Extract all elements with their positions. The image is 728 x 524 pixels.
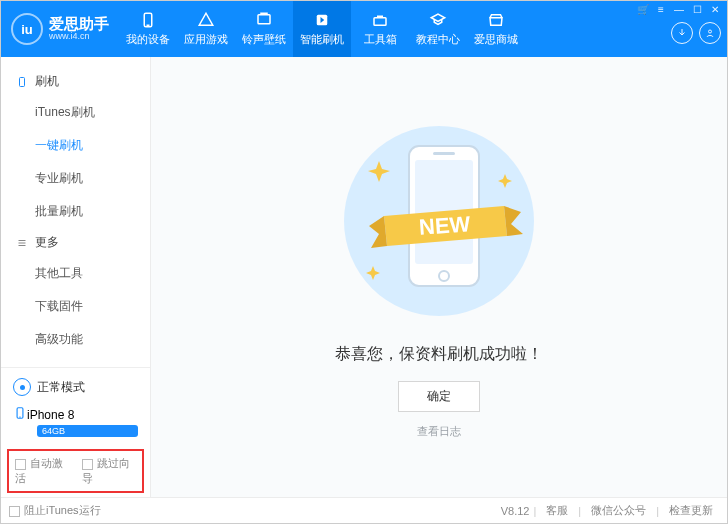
header-right-controls bbox=[671, 14, 721, 44]
nav-ringtone-wallpaper[interactable]: 铃声壁纸 bbox=[235, 1, 293, 57]
svg-rect-4 bbox=[374, 18, 386, 26]
mode-icon bbox=[13, 378, 31, 396]
app-logo: iu 爱思助手 www.i4.cn bbox=[7, 13, 109, 45]
app-title: 爱思助手 bbox=[49, 16, 109, 33]
nav-smart-flash[interactable]: 智能刷机 bbox=[293, 1, 351, 57]
nav-label: 教程中心 bbox=[416, 32, 460, 47]
nav-toolbox[interactable]: 工具箱 bbox=[351, 1, 409, 57]
download-icon[interactable] bbox=[671, 22, 693, 44]
ok-button[interactable]: 确定 bbox=[398, 381, 480, 412]
sidebar-item-oneclick-flash[interactable]: 一键刷机 bbox=[1, 129, 150, 162]
nav-label: 应用游戏 bbox=[184, 32, 228, 47]
nav-my-device[interactable]: 我的设备 bbox=[119, 1, 177, 57]
top-nav: 我的设备 应用游戏 铃声壁纸 智能刷机 工具箱 bbox=[119, 1, 525, 57]
sidebar-item-other-tools[interactable]: 其他工具 bbox=[1, 257, 150, 290]
sidebar-item-advanced[interactable]: 高级功能 bbox=[1, 323, 150, 356]
device-name-label: iPhone 8 bbox=[27, 408, 74, 422]
window-controls: 🛒 ≡ — ☐ ✕ bbox=[637, 5, 721, 15]
app-subtitle: www.i4.cn bbox=[49, 32, 109, 42]
sidebar-section-more[interactable]: 更多 bbox=[1, 228, 150, 257]
sidebar: 刷机 iTunes刷机 一键刷机 专业刷机 批量刷机 更多 其他工具 下载固件 … bbox=[1, 57, 151, 497]
device-icon bbox=[139, 11, 157, 29]
status-bar: 阻止iTunes运行 V8.12 | 客服 | 微信公众号 | 检查更新 bbox=[1, 497, 727, 523]
sidebar-item-pro-flash[interactable]: 专业刷机 bbox=[1, 162, 150, 195]
shop-icon bbox=[487, 11, 505, 29]
checkbox-skip-guide[interactable]: 跳过向导 bbox=[82, 456, 137, 486]
device-phone-icon bbox=[13, 406, 27, 423]
window-cart-icon[interactable]: 🛒 bbox=[637, 5, 649, 15]
device-info[interactable]: iPhone 8 64GB bbox=[1, 402, 150, 445]
footer-link-update[interactable]: 检查更新 bbox=[669, 503, 713, 518]
sidebar-bottom: 正常模式 iPhone 8 64GB 自动激活 跳过向导 bbox=[1, 367, 150, 497]
nav-label: 我的设备 bbox=[126, 32, 170, 47]
success-illustration: NEW bbox=[329, 116, 549, 326]
footer-link-wechat[interactable]: 微信公众号 bbox=[591, 503, 646, 518]
flash-icon bbox=[313, 11, 331, 29]
sidebar-section-title-label: 刷机 bbox=[35, 73, 59, 90]
tutorial-icon bbox=[429, 11, 447, 29]
success-title: 恭喜您，保资料刷机成功啦！ bbox=[335, 344, 543, 365]
svg-rect-19 bbox=[433, 152, 455, 155]
sidebar-section-flash[interactable]: 刷机 bbox=[1, 67, 150, 96]
view-log-link[interactable]: 查看日志 bbox=[417, 424, 461, 439]
checkbox-icon bbox=[15, 459, 26, 470]
nav-tutorial-center[interactable]: 教程中心 bbox=[409, 1, 467, 57]
checkbox-icon bbox=[9, 506, 20, 517]
svg-rect-6 bbox=[20, 77, 25, 86]
svg-point-5 bbox=[709, 30, 712, 33]
nav-apps-games[interactable]: 应用游戏 bbox=[177, 1, 235, 57]
nav-label: 爱思商城 bbox=[474, 32, 518, 47]
device-mode-row[interactable]: 正常模式 bbox=[1, 372, 150, 402]
main-content: NEW 恭喜您，保资料刷机成功啦！ 确定 查看日志 bbox=[151, 57, 727, 497]
nav-label: 智能刷机 bbox=[300, 32, 344, 47]
bars-icon bbox=[15, 237, 29, 249]
phone-icon bbox=[15, 76, 29, 88]
app-header: 🛒 ≡ — ☐ ✕ iu 爱思助手 www.i4.cn 我的设备 应用游戏 bbox=[1, 1, 727, 57]
sidebar-item-batch-flash[interactable]: 批量刷机 bbox=[1, 195, 150, 228]
checkbox-auto-activate[interactable]: 自动激活 bbox=[15, 456, 70, 486]
svg-rect-2 bbox=[258, 15, 270, 24]
window-close-icon[interactable]: ✕ bbox=[709, 5, 721, 15]
nav-shop[interactable]: 爱思商城 bbox=[467, 1, 525, 57]
ringtone-icon bbox=[255, 11, 273, 29]
apps-icon bbox=[197, 11, 215, 29]
sidebar-section-title-label: 更多 bbox=[35, 234, 59, 251]
window-menu-icon[interactable]: ≡ bbox=[655, 5, 667, 15]
version-label: V8.12 bbox=[501, 505, 530, 517]
device-mode-label: 正常模式 bbox=[37, 379, 85, 396]
app-body: 刷机 iTunes刷机 一键刷机 专业刷机 批量刷机 更多 其他工具 下载固件 … bbox=[1, 57, 727, 497]
window-maximize-icon[interactable]: ☐ bbox=[691, 5, 703, 15]
highlighted-checkbox-row: 自动激活 跳过向导 bbox=[7, 449, 144, 493]
checkbox-prevent-itunes[interactable]: 阻止iTunes运行 bbox=[9, 503, 101, 518]
footer-link-support[interactable]: 客服 bbox=[546, 503, 568, 518]
window-minimize-icon[interactable]: — bbox=[673, 5, 685, 15]
user-icon[interactable] bbox=[699, 22, 721, 44]
device-capacity-badge: 64GB bbox=[37, 425, 138, 437]
banner-text-svg: NEW bbox=[418, 211, 471, 240]
sidebar-item-itunes-flash[interactable]: iTunes刷机 bbox=[1, 96, 150, 129]
nav-label: 工具箱 bbox=[364, 32, 397, 47]
toolbox-icon bbox=[371, 11, 389, 29]
logo-icon: iu bbox=[11, 13, 43, 45]
nav-label: 铃声壁纸 bbox=[242, 32, 286, 47]
checkbox-label: 阻止iTunes运行 bbox=[24, 504, 101, 516]
checkbox-icon bbox=[82, 459, 93, 470]
sidebar-item-download-firmware[interactable]: 下载固件 bbox=[1, 290, 150, 323]
